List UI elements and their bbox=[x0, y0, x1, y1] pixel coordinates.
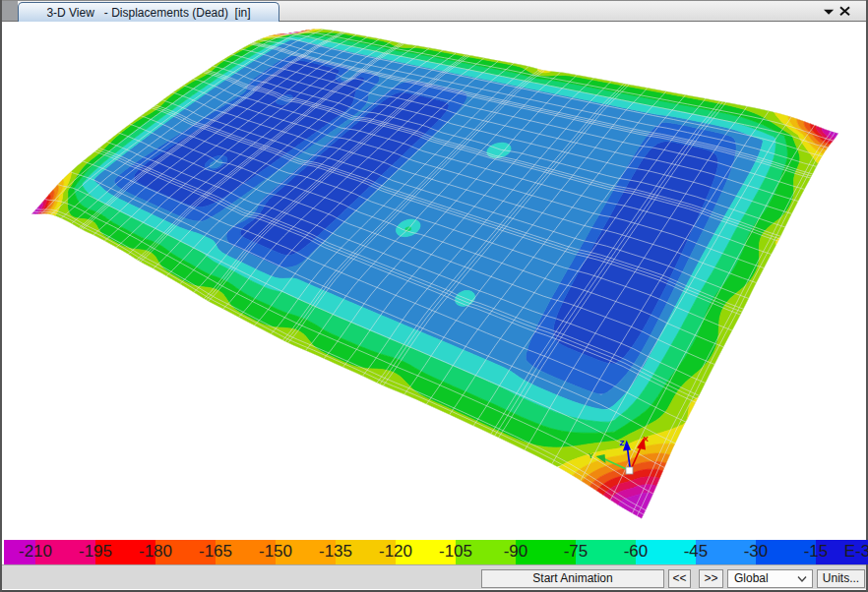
svg-text:Y: Y bbox=[589, 451, 594, 460]
svg-text:X: X bbox=[644, 435, 650, 444]
svg-text:Z: Z bbox=[620, 439, 625, 447]
